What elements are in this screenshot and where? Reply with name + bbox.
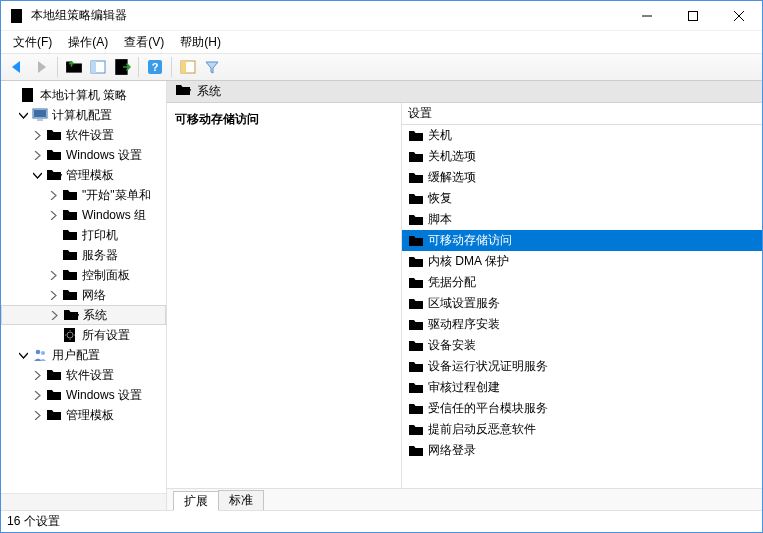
chevron-down-icon[interactable] (17, 349, 30, 362)
list-item[interactable]: 关机选项 (402, 146, 762, 167)
tree-user-software[interactable]: 软件设置 (1, 365, 166, 385)
back-button[interactable] (5, 56, 29, 78)
close-button[interactable] (716, 1, 762, 31)
list-item-label: 审核过程创建 (428, 379, 500, 396)
list-item[interactable]: 网络登录 (402, 440, 762, 461)
tree-start-menu[interactable]: "开始"菜单和 (1, 185, 166, 205)
list-column-header[interactable]: 设置 (402, 103, 762, 125)
folder-icon (62, 187, 78, 203)
list-item[interactable]: 关机 (402, 125, 762, 146)
folder-icon (46, 367, 62, 383)
chevron-right-icon[interactable] (31, 389, 44, 402)
chevron-down-icon[interactable] (17, 109, 30, 122)
list-item[interactable]: 内核 DMA 保护 (402, 251, 762, 272)
tree-win-components[interactable]: Windows 组 (1, 205, 166, 225)
tab-standard[interactable]: 标准 (218, 490, 264, 510)
folder-icon (408, 212, 424, 228)
tree-hscrollbar[interactable] (1, 493, 166, 510)
list-item-label: 内核 DMA 保护 (428, 253, 509, 270)
menu-help[interactable]: 帮助(H) (172, 32, 229, 53)
list-item[interactable]: 驱动程序安装 (402, 314, 762, 335)
tree-network[interactable]: 网络 (1, 285, 166, 305)
tree-label: 系统 (83, 307, 107, 324)
chevron-right-icon[interactable] (31, 149, 44, 162)
tree-software-settings[interactable]: 软件设置 (1, 125, 166, 145)
folder-icon (408, 233, 424, 249)
chevron-right-icon[interactable] (31, 409, 44, 422)
minimize-button[interactable] (624, 1, 670, 31)
folder-icon (408, 275, 424, 291)
folder-icon (408, 422, 424, 438)
chevron-right-icon[interactable] (47, 209, 60, 222)
client-area: 本地计算机 策略 计算机配置 软件设置 Windows 设置 (1, 81, 762, 510)
folder-icon (62, 207, 78, 223)
folder-icon (408, 254, 424, 270)
list-item[interactable]: 脚本 (402, 209, 762, 230)
tree-root[interactable]: 本地计算机 策略 (1, 85, 166, 105)
tree-all-settings[interactable]: 所有设置 (1, 325, 166, 345)
tree-system[interactable]: 系统 (1, 305, 166, 325)
chevron-right-icon[interactable] (31, 129, 44, 142)
tree-label: 软件设置 (66, 127, 114, 144)
blank-expander (47, 329, 60, 342)
window-title: 本地组策略编辑器 (31, 7, 624, 24)
folder-icon (175, 82, 191, 101)
toolbar: ? (1, 53, 762, 81)
folder-icon (46, 387, 62, 403)
options-button[interactable] (176, 56, 200, 78)
list-item[interactable]: 区域设置服务 (402, 293, 762, 314)
svg-rect-10 (91, 61, 96, 73)
toolbar-separator (57, 57, 58, 77)
tree-user-windows[interactable]: Windows 设置 (1, 385, 166, 405)
list-item-selected[interactable]: 可移动存储访问 (402, 230, 762, 251)
show-hide-tree-button[interactable] (86, 56, 110, 78)
list-item[interactable]: 设备运行状况证明服务 (402, 356, 762, 377)
tree-control-panel[interactable]: 控制面板 (1, 265, 166, 285)
tree-computer-config[interactable]: 计算机配置 (1, 105, 166, 125)
list-item[interactable]: 提前启动反恶意软件 (402, 419, 762, 440)
filter-button[interactable] (200, 56, 224, 78)
tree-user-admin[interactable]: 管理模板 (1, 405, 166, 425)
tree-label: 软件设置 (66, 367, 114, 384)
up-button[interactable] (62, 56, 86, 78)
chevron-right-icon[interactable] (48, 309, 61, 322)
list-item[interactable]: 凭据分配 (402, 272, 762, 293)
export-list-button[interactable] (110, 56, 134, 78)
menu-action[interactable]: 操作(A) (60, 32, 116, 53)
content-header: 系统 (167, 81, 762, 103)
list-column-header-label: 设置 (408, 105, 432, 122)
tree-admin-templates[interactable]: 管理模板 (1, 165, 166, 185)
list-item[interactable]: 审核过程创建 (402, 377, 762, 398)
maximize-button[interactable] (670, 1, 716, 31)
tree-server[interactable]: 服务器 (1, 245, 166, 265)
settings-list[interactable]: 关机 关机选项 缓解选项 恢复 (402, 125, 762, 488)
content-pane: 系统 可移动存储访问 设置 关机 (167, 81, 762, 510)
description-column: 可移动存储访问 (167, 103, 402, 488)
list-item-label: 脚本 (428, 211, 452, 228)
list-item[interactable]: 缓解选项 (402, 167, 762, 188)
chevron-right-icon[interactable] (31, 369, 44, 382)
titlebar[interactable]: 本地组策略编辑器 (1, 1, 762, 31)
help-button[interactable]: ? (143, 56, 167, 78)
list-item-label: 关机 (428, 127, 452, 144)
tree-windows-settings[interactable]: Windows 设置 (1, 145, 166, 165)
forward-button[interactable] (29, 56, 53, 78)
list-item[interactable]: 受信任的平台模块服务 (402, 398, 762, 419)
list-item[interactable]: 设备安装 (402, 335, 762, 356)
tree-printers[interactable]: 打印机 (1, 225, 166, 245)
computer-icon (32, 107, 48, 123)
tree-user-config[interactable]: 用户配置 (1, 345, 166, 365)
chevron-right-icon[interactable] (47, 289, 60, 302)
chevron-down-icon[interactable] (31, 169, 44, 182)
chevron-right-icon[interactable] (47, 269, 60, 282)
tab-extended[interactable]: 扩展 (173, 491, 219, 511)
folder-icon (408, 296, 424, 312)
list-item-label: 网络登录 (428, 442, 476, 459)
toolbar-separator-2 (138, 57, 139, 77)
list-item-label: 驱动程序安装 (428, 316, 500, 333)
console-tree[interactable]: 本地计算机 策略 计算机配置 软件设置 Windows 设置 (1, 81, 166, 493)
chevron-right-icon[interactable] (47, 189, 60, 202)
menu-view[interactable]: 查看(V) (116, 32, 172, 53)
list-item[interactable]: 恢复 (402, 188, 762, 209)
menu-file[interactable]: 文件(F) (5, 32, 60, 53)
